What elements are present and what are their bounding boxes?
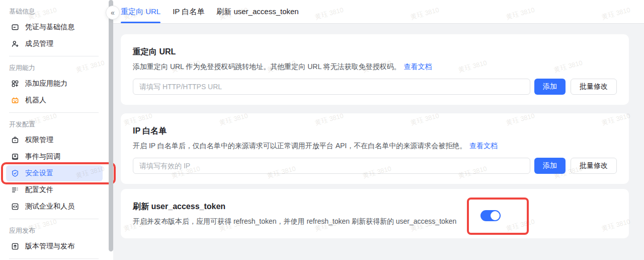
event-callback-icon	[11, 153, 19, 161]
sidebar-group-header: 应用能力	[6, 56, 103, 76]
section-description: 添加重定向 URL 作为免登授权码跳转地址。其他重定向 URL 将无法获取免登授…	[133, 61, 617, 72]
sidebar-item-label: 事件与回调	[25, 152, 60, 161]
code-test-icon	[11, 203, 19, 211]
tab-ip-whitelist[interactable]: IP 白名单	[173, 0, 204, 23]
sidebar-item-label: 版本管理与发布	[25, 242, 74, 251]
sidebar-item-events-callbacks[interactable]: 事件与回调	[6, 149, 103, 165]
sidebar-item-bot[interactable]: 机器人	[6, 92, 103, 108]
apps-add-icon	[11, 80, 19, 88]
sidebar-group-dev-config: 开发配置 权限管理 事件与回调 安全设置	[0, 113, 109, 215]
sidebar-item-label: 安全设置	[25, 169, 53, 178]
ip-whitelist-input[interactable]	[133, 158, 530, 174]
shield-check-icon	[11, 169, 19, 177]
view-docs-link[interactable]: 查看文档	[404, 62, 432, 71]
tab-label: 重定向 URL	[121, 7, 160, 17]
publish-icon	[11, 242, 19, 250]
section-description: 开启 IP 白名单后，仅白名单中的来源请求可以正常调用开放平台 API，不在白名…	[133, 141, 617, 151]
section-description: 开启并发布版本后，应用可获得 refresh_token，并使用 refresh…	[133, 216, 617, 226]
description-text: 开启 IP 白名单后，仅白名单中的来源请求可以正常调用开放平台 API，不在白名…	[133, 142, 466, 150]
sidebar: 基础信息 凭证与基础信息 成员管理 应用能力 添加应用能力	[0, 0, 109, 260]
sidebar-group-header: 基础信息	[6, 0, 103, 19]
add-button[interactable]: 添加	[534, 158, 566, 174]
sidebar-item-version-release[interactable]: 版本管理与发布	[6, 238, 103, 254]
view-docs-link[interactable]: 查看文档	[469, 142, 498, 150]
tab-refresh-user-access-token[interactable]: 刷新 user_access_token	[216, 0, 298, 23]
refresh-token-section: 刷新 user_access_token 开启并发布版本后，应用可获得 refr…	[121, 189, 629, 238]
sidebar-group-capability: 应用能力 添加应用能力 机器人	[0, 56, 109, 108]
section-title: 重定向 URL	[133, 46, 617, 57]
ip-whitelist-section: IP 白名单 开启 IP 白名单后，仅白名单中的来源请求可以正常调用开放平台 A…	[121, 113, 629, 184]
config-file-icon	[11, 186, 19, 194]
section-title: 刷新 user_access_token	[133, 201, 617, 212]
sidebar-item-label: 添加应用能力	[25, 79, 67, 88]
redirect-url-input[interactable]	[133, 79, 530, 95]
credential-icon	[11, 23, 19, 31]
sidebar-item-label: 配置文件	[25, 185, 53, 194]
tab-label: 刷新 user_access_token	[216, 7, 298, 17]
sidebar-item-label: 测试企业和人员	[25, 202, 74, 211]
section-title: IP 白名单	[133, 125, 617, 137]
robot-icon	[11, 96, 19, 104]
sidebar-item-security-settings[interactable]: 安全设置	[6, 165, 103, 181]
sidebar-scrollbar[interactable]	[109, 0, 113, 251]
refresh-token-toggle[interactable]	[480, 210, 501, 221]
content-area: 重定向 URL 添加重定向 URL 作为免登授权码跳转地址。其他重定向 URL …	[113, 24, 644, 260]
member-add-icon	[11, 40, 19, 48]
toggle-knob	[491, 211, 500, 220]
sidebar-group-header: 应用发布	[6, 219, 103, 238]
redirect-input-row: 添加 批量修改	[133, 79, 617, 95]
sidebar-item-members[interactable]: 成员管理	[6, 36, 103, 52]
sidebar-group-release: 应用发布 版本管理与发布	[0, 219, 109, 254]
tab-redirect-url[interactable]: 重定向 URL	[121, 0, 160, 23]
sidebar-item-permissions[interactable]: 权限管理	[6, 132, 103, 148]
sidebar-item-label: 机器人	[25, 96, 46, 105]
active-tab-underline	[121, 22, 160, 23]
main-area: « 重定向 URL IP 白名单 刷新 user_access_token 重定…	[113, 0, 644, 260]
add-button[interactable]: 添加	[534, 79, 566, 95]
sidebar-item-config-file[interactable]: 配置文件	[6, 182, 103, 198]
tab-label: IP 白名单	[173, 7, 204, 17]
sidebar-item-credentials[interactable]: 凭证与基础信息	[6, 19, 103, 35]
sidebar-item-test-company-users[interactable]: 测试企业和人员	[6, 199, 103, 215]
description-text: 添加重定向 URL 作为免登授权码跳转地址。其他重定向 URL 将无法获取免登授…	[133, 62, 401, 71]
sidebar-group-header: 开发配置	[6, 113, 103, 132]
tab-bar: « 重定向 URL IP 白名单 刷新 user_access_token	[113, 0, 644, 24]
permission-icon	[11, 136, 19, 144]
sidebar-item-add-capability[interactable]: 添加应用能力	[6, 76, 103, 92]
sidebar-group-basic: 基础信息 凭证与基础信息 成员管理	[0, 0, 109, 52]
app-window: 基础信息 凭证与基础信息 成员管理 应用能力 添加应用能力	[0, 0, 644, 260]
ip-input-row: 添加 批量修改	[133, 158, 617, 174]
sidebar-item-label: 成员管理	[25, 39, 53, 48]
sidebar-item-label: 凭证与基础信息	[25, 23, 74, 32]
toggle-wrap	[480, 210, 501, 221]
sidebar-divider	[9, 258, 99, 259]
collapse-sidebar-button[interactable]: «	[106, 6, 120, 20]
redirect-url-section: 重定向 URL 添加重定向 URL 作为免登授权码跳转地址。其他重定向 URL …	[121, 34, 629, 105]
batch-edit-button[interactable]: 批量修改	[571, 158, 617, 174]
sidebar-item-label: 权限管理	[25, 136, 53, 145]
collapse-icon: «	[111, 9, 115, 16]
batch-edit-button[interactable]: 批量修改	[571, 79, 617, 95]
